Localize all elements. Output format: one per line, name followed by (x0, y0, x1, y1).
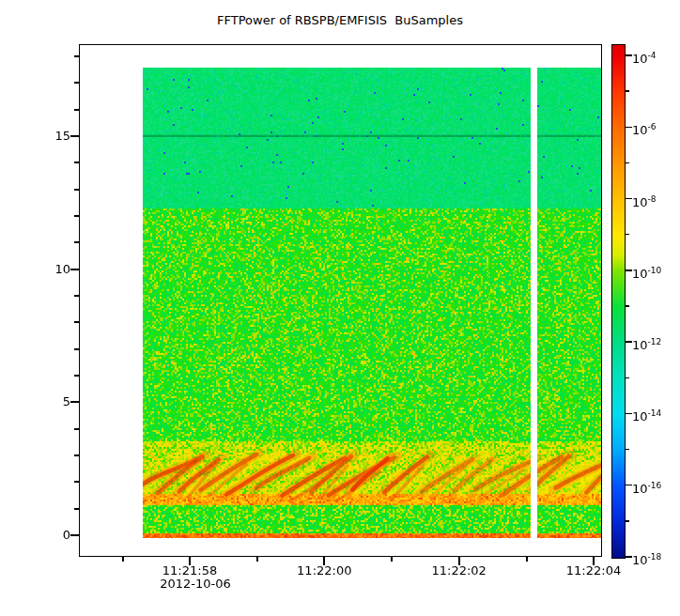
colorbar-tick-label: 10-10 (632, 261, 661, 280)
x-minor-tick (122, 557, 124, 562)
colorbar-major-tick (626, 556, 632, 558)
x-tick-label: 11:22:02 (417, 563, 502, 578)
colorbar-major-tick (626, 485, 632, 486)
spectrogram-plot: FFTPower of RBSPB/EMFISIS BuSamples 0510… (0, 0, 680, 616)
y-minor-tick (74, 348, 79, 350)
colorbar-minor-tick (626, 90, 629, 92)
colorbar-minor-tick (626, 520, 629, 522)
date-label: 2012-10-06 (153, 577, 238, 591)
y-minor-tick (74, 454, 79, 456)
plot-frame (79, 44, 602, 557)
x-tick-label: 11:22:00 (282, 563, 366, 578)
plot-title: FFTPower of RBSPB/EMFISIS BuSamples (0, 13, 680, 27)
y-minor-tick (74, 215, 79, 217)
x-minor-tick (256, 557, 258, 562)
colorbar-major-tick (626, 198, 632, 200)
colorbar-tick-label: 10-18 (632, 547, 661, 566)
y-major-tick (70, 269, 79, 270)
colorbar-minor-tick (626, 162, 629, 164)
colorbar-tick-label: 10-6 (632, 117, 657, 136)
colorbar-major-tick (626, 54, 632, 56)
y-minor-tick (74, 109, 79, 111)
y-minor-tick (74, 189, 79, 191)
colorbar-tick-label: 10-8 (632, 190, 657, 208)
y-major-tick (70, 401, 79, 403)
y-tick-label: 10 (33, 261, 70, 278)
colorbar-gradient (611, 44, 626, 559)
y-tick-label: 5 (33, 393, 70, 410)
y-minor-tick (74, 55, 79, 57)
y-minor-tick (74, 82, 79, 84)
x-minor-tick (391, 557, 393, 562)
y-minor-tick (74, 375, 79, 377)
colorbar-major-tick (626, 127, 632, 129)
colorbar-minor-tick (626, 449, 629, 451)
colorbar-tick-label: 10-12 (632, 332, 661, 351)
colorbar-major-tick (626, 341, 632, 343)
y-major-tick (70, 534, 79, 536)
x-tick-label: 11:22:04 (551, 563, 636, 578)
colorbar-tick-label: 10-16 (632, 476, 661, 495)
colorbar-major-tick (626, 270, 632, 271)
y-minor-tick (74, 295, 79, 297)
y-tick-label: 0 (33, 527, 70, 544)
colorbar-minor-tick (626, 377, 629, 379)
y-minor-tick (74, 321, 79, 323)
colorbar-tick-label: 10-4 (632, 46, 657, 65)
x-minor-tick (526, 557, 528, 562)
y-minor-tick (74, 508, 79, 510)
y-minor-tick (74, 241, 79, 243)
colorbar-major-tick (626, 413, 632, 415)
colorbar-minor-tick (626, 305, 629, 307)
y-minor-tick (74, 162, 79, 163)
y-tick-label: 15 (33, 128, 70, 145)
colorbar-tick-label: 10-14 (632, 404, 661, 423)
colorbar-minor-tick (626, 234, 629, 236)
y-minor-tick (74, 428, 79, 430)
y-minor-tick (74, 481, 79, 483)
y-major-tick (70, 135, 79, 137)
